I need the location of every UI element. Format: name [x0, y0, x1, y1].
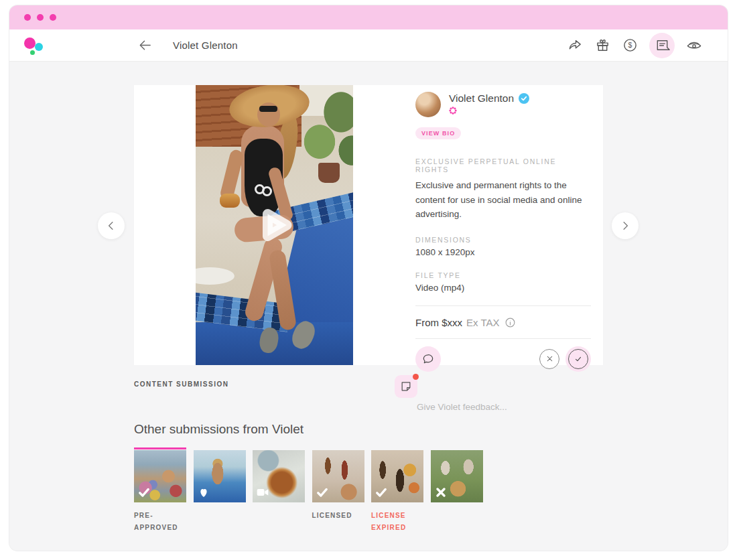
- divider: [415, 305, 591, 306]
- play-button[interactable]: [251, 201, 299, 249]
- cross-icon: [434, 486, 448, 499]
- detail-panel: Violet Glenton VIEW BIO EXCLUSIVE PERPET…: [415, 85, 591, 365]
- gift-icon: [595, 38, 610, 53]
- svg-text:$: $: [628, 41, 632, 49]
- heart-icon: [197, 486, 210, 499]
- notes-button[interactable]: [395, 375, 417, 398]
- chevron-left-icon: [105, 220, 117, 232]
- pricing-button[interactable]: $: [622, 38, 638, 54]
- preview-button[interactable]: [686, 38, 702, 54]
- window-titlebar: [9, 5, 728, 29]
- submission-card: Violet Glenton VIEW BIO EXCLUSIVE PERPET…: [134, 85, 603, 365]
- tribe-flower-icon: [449, 107, 457, 115]
- previous-submission-button[interactable]: [98, 212, 125, 239]
- submission-thumb-wrap: LICENSED: [312, 450, 364, 534]
- share-button[interactable]: [567, 38, 583, 54]
- window-control-dot[interactable]: [24, 14, 31, 21]
- content-submission-label: CONTENT SUBMISSION: [134, 380, 228, 388]
- dimensions-value: 1080 x 1920px: [415, 247, 591, 257]
- submission-status-label: PRE-APPROVED: [134, 510, 186, 534]
- submission-thumb-wrap: PRE-APPROVED: [134, 450, 186, 534]
- submission-thumb-wrap: [253, 450, 305, 534]
- video-camera-icon: [256, 486, 269, 499]
- other-submissions-row: PRE-APPROVED LICENSED: [134, 450, 483, 534]
- comment-bubble-icon: [421, 352, 435, 366]
- next-submission-button[interactable]: [612, 212, 639, 239]
- brand-logo: [24, 36, 46, 56]
- divider: [415, 338, 591, 339]
- dimensions-label: DIMENSIONS: [415, 236, 591, 244]
- note-icon: [399, 380, 413, 393]
- check-icon: [137, 486, 151, 499]
- toolbar: Violet Glenton $: [9, 29, 728, 62]
- arrow-left-icon: [137, 38, 153, 53]
- play-icon: [251, 201, 299, 249]
- check-icon: [574, 354, 583, 364]
- eye-icon: [686, 38, 702, 54]
- cross-icon: [545, 354, 554, 363]
- info-icon[interactable]: [505, 317, 516, 328]
- gift-button[interactable]: [594, 38, 610, 54]
- submission-thumbnail[interactable]: [371, 450, 423, 502]
- submission-thumb-wrap: [431, 450, 483, 534]
- verified-badge-icon: [519, 93, 529, 104]
- feedback-input[interactable]: [415, 401, 591, 413]
- notification-dot: [413, 374, 419, 380]
- view-bio-button[interactable]: VIEW BIO: [415, 127, 461, 139]
- content-area: Violet Glenton VIEW BIO EXCLUSIVE PERPET…: [9, 62, 728, 550]
- submission-status-label: LICENSED: [312, 510, 364, 522]
- submission-thumbnail[interactable]: [312, 450, 364, 502]
- submission-thumbnail[interactable]: [194, 450, 246, 502]
- comments-icon: [655, 38, 670, 53]
- price-tax-note: Ex TAX: [466, 317, 499, 328]
- rights-label: EXCLUSIVE PERPETUAL ONLINE RIGHTS: [415, 157, 591, 173]
- rights-description: Exclusive and permanent rights to the co…: [415, 178, 591, 222]
- creator-avatar[interactable]: [415, 92, 441, 117]
- decline-button[interactable]: [539, 349, 559, 369]
- submission-thumb-wrap: LICENSE EXPIRED: [371, 450, 423, 534]
- filetype-value: Video (mp4): [415, 283, 591, 293]
- submission-thumbnail[interactable]: [431, 450, 483, 502]
- window-control-dot[interactable]: [37, 14, 44, 21]
- video-preview[interactable]: [196, 85, 353, 365]
- dollar-circle-icon: $: [622, 38, 638, 53]
- check-icon: [316, 486, 329, 499]
- approve-button[interactable]: [565, 346, 591, 372]
- page-title: Violet Glenton: [173, 40, 238, 51]
- submission-thumb-wrap: [194, 450, 246, 534]
- window-control-dot[interactable]: [50, 14, 56, 21]
- submission-thumbnail[interactable]: [253, 450, 305, 502]
- back-button[interactable]: [137, 38, 153, 54]
- other-submissions-heading: Other submissions from Violet: [134, 422, 304, 437]
- share-icon: [567, 38, 583, 53]
- creator-name: Violet Glenton: [449, 92, 514, 104]
- chevron-right-icon: [619, 220, 631, 232]
- app-window: Violet Glenton $: [9, 5, 728, 551]
- comment-bubble-button[interactable]: [415, 346, 441, 372]
- price-from: From $xxx: [415, 317, 462, 328]
- submission-thumbnail[interactable]: [134, 450, 186, 502]
- comments-button[interactable]: [649, 33, 675, 58]
- filetype-label: FILE TYPE: [415, 271, 591, 279]
- check-icon: [375, 486, 388, 499]
- submission-status-label: LICENSE EXPIRED: [371, 510, 423, 534]
